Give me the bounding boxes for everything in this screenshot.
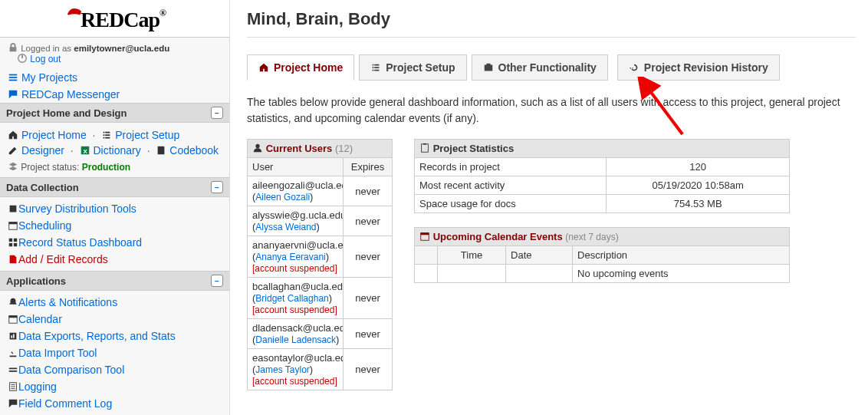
svg-rect-17 [422,144,429,153]
nav-calendar[interactable]: Calendar [18,313,62,325]
svg-rect-2 [9,74,18,76]
nav-add-edit-records[interactable]: Add / Edit Records [18,253,108,265]
tab-project-home[interactable]: Project Home [247,54,354,81]
link-project-setup[interactable]: Project Setup [115,129,179,141]
chat-icon [8,89,18,100]
edit-icon [8,145,18,156]
import-icon [8,347,18,358]
login-status: Logged in as emilytowner@ucla.edu [0,37,229,53]
user-link[interactable]: Bridget Callaghan [255,293,328,304]
collapse-data-icon[interactable]: − [211,181,223,193]
projects-icon [8,72,18,83]
svg-rect-11 [9,243,12,246]
survey-icon [8,203,18,214]
log-icon [8,381,18,392]
table-row: dladensack@ucla.edu(Danielle Ladensack)n… [248,319,393,349]
history-icon [629,62,639,73]
svg-rect-8 [9,222,18,225]
svg-point-16 [255,144,259,148]
svg-rect-4 [9,80,18,81]
logo-text: REDCap® [81,8,166,31]
nav-import[interactable]: Data Import Tool [18,347,97,359]
section-apps-header: Applications − [0,271,229,291]
project-stats-table: Project Statistics Records in project120… [414,139,790,213]
link-project-home[interactable]: Project Home [21,129,87,141]
link-codebook[interactable]: Codebook [169,144,219,156]
collapse-design-icon[interactable]: − [211,107,223,119]
briefcase-icon [483,62,494,73]
calendar2-icon [8,314,18,324]
table-row: easontaylor@ucla.edu(James Taylor)[accou… [248,349,393,390]
main-content: Mind, Brain, Body Project Home Project S… [230,0,868,415]
tab-other-functionality[interactable]: Other Functionality [472,54,608,81]
logo-hat-icon [66,5,83,20]
table-row: Records in project120 [415,158,790,176]
table-row: Most recent activity05/19/2020 10:58am [415,176,790,195]
project-status-value: Production [82,162,130,173]
nav-compare[interactable]: Data Comparison Tool [18,364,124,376]
nav-scheduling[interactable]: Scheduling [18,219,71,232]
svg-rect-20 [421,233,429,235]
export-icon [8,331,18,341]
svg-rect-10 [14,239,17,242]
home-icon [258,62,269,73]
link-dictionary[interactable]: Dictionary [93,144,140,156]
user-icon [252,143,263,153]
link-designer[interactable]: Designer [21,144,64,156]
logout-circle-icon [17,53,28,64]
sidebar: REDCap® Logged in as emilytowner@ucla.ed… [0,0,230,415]
user-link[interactable]: James Taylor [255,364,309,375]
tab-project-setup[interactable]: Project Setup [359,54,466,81]
checklist-icon [101,130,112,140]
svg-rect-14 [9,316,18,318]
nav-alerts[interactable]: Alerts & Notifications [18,296,117,308]
nav-field-comment[interactable]: Field Comment Log [18,397,112,410]
dashboard-icon [8,237,18,248]
section-design-header: Project Home and Design − [0,103,229,123]
table-row: alysswie@g.ucla.edu(Alyssa Weiand)never [248,206,393,236]
tabs: Project Home Project Setup Other Functio… [247,54,856,81]
calendar-icon [419,231,430,242]
nav-record-dashboard[interactable]: Record Status Dashboard [18,236,142,249]
calendar-icon [8,220,18,231]
excel-icon: X [80,145,90,156]
comment-icon [8,398,18,409]
nav-my-projects[interactable]: My Projects [21,71,77,84]
user-link[interactable]: Aileen Gozali [255,192,310,203]
intro-text: The tables below provide general dashboa… [247,94,856,127]
logo: REDCap® [0,0,229,37]
svg-rect-9 [9,239,12,242]
tab-revision-history[interactable]: Project Revision History [617,54,780,81]
user-link[interactable]: Ananya Eeravani [255,252,325,262]
table-row: aileengozali@ucla.edu(Aileen Gozali)neve… [248,176,393,206]
stack-icon [8,161,18,172]
nav-exports[interactable]: Data Exports, Reports, and Stats [18,330,176,342]
table-row: ananyaervni@ucla.edu(Ananya Eeravani)[ac… [248,236,393,278]
logout-link[interactable]: Log out [30,54,61,64]
user-link[interactable]: Danielle Ladensack [255,334,336,345]
user-link[interactable]: Alyssa Weiand [255,222,316,232]
clipboard-icon [419,143,430,153]
nav-survey-tools[interactable]: Survey Distribution Tools [18,203,136,215]
svg-rect-1 [21,55,23,58]
checklist-icon [370,62,381,73]
table-row: Space usage for docs754.53 MB [415,195,790,213]
nav-messenger[interactable]: REDCap Messenger [21,88,120,100]
file-add-icon [8,254,18,265]
page-title: Mind, Brain, Body [247,9,856,38]
bell-icon [8,297,18,308]
svg-rect-3 [9,77,18,78]
calendar-table: Upcoming Calendar Events (next 7 days) T… [414,227,790,283]
svg-rect-12 [14,243,17,246]
section-data-header: Data Collection − [0,177,229,197]
lock-icon [8,42,18,53]
table-row: No upcoming events [415,265,790,283]
compare-icon [8,364,18,375]
table-row: bcallaghan@ucla.edu(Bridget Callaghan)[a… [248,278,393,319]
collapse-apps-icon[interactable]: − [211,275,223,287]
current-users-table: Current Users (12) UserExpires aileengoz… [247,139,393,390]
nav-logging[interactable]: Logging [18,380,57,393]
svg-rect-18 [423,143,426,145]
home-icon [8,130,18,140]
svg-text:X: X [83,148,87,155]
